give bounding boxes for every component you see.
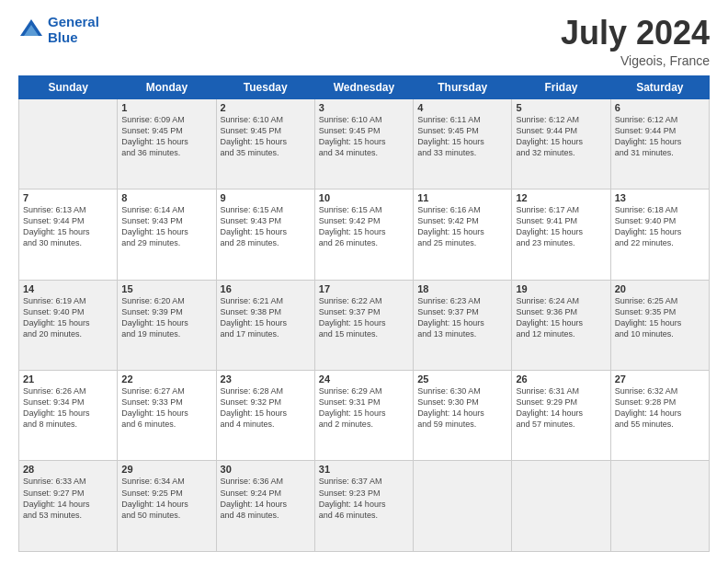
calendar-cell: 3Sunrise: 6:10 AM Sunset: 9:45 PM Daylig… (314, 98, 413, 189)
cell-info-text: Sunrise: 6:25 AM Sunset: 9:35 PM Dayligh… (615, 295, 705, 340)
cell-day-number: 19 (516, 283, 606, 294)
calendar-cell: 15Sunrise: 6:20 AM Sunset: 9:39 PM Dayli… (118, 280, 216, 370)
calendar-cell: 29Sunrise: 6:34 AM Sunset: 9:25 PM Dayli… (118, 461, 216, 552)
calendar-cell: 25Sunrise: 6:30 AM Sunset: 9:30 PM Dayli… (414, 371, 512, 461)
calendar-cell: 19Sunrise: 6:24 AM Sunset: 9:36 PM Dayli… (512, 280, 610, 370)
cell-day-number: 11 (417, 192, 507, 203)
cell-info-text: Sunrise: 6:36 AM Sunset: 9:24 PM Dayligh… (221, 476, 311, 521)
calendar-row-4: 21Sunrise: 6:26 AM Sunset: 9:34 PM Dayli… (19, 371, 710, 461)
cell-info-text: Sunrise: 6:18 AM Sunset: 9:40 PM Dayligh… (615, 204, 705, 249)
col-wednesday: Wednesday (314, 75, 413, 98)
cell-day-number: 3 (319, 102, 409, 113)
cell-day-number: 5 (516, 102, 606, 113)
cell-info-text: Sunrise: 6:12 AM Sunset: 9:44 PM Dayligh… (516, 114, 606, 159)
col-thursday: Thursday (414, 75, 512, 98)
calendar-cell: 2Sunrise: 6:10 AM Sunset: 9:45 PM Daylig… (216, 98, 314, 189)
title-block: July 2024 Vigeois, France (561, 15, 710, 68)
month-year-title: July 2024 (561, 15, 710, 52)
cell-day-number: 9 (221, 192, 311, 203)
calendar-cell: 13Sunrise: 6:18 AM Sunset: 9:40 PM Dayli… (610, 190, 709, 280)
cell-info-text: Sunrise: 6:26 AM Sunset: 9:34 PM Dayligh… (23, 385, 113, 431)
cell-day-number: 27 (615, 373, 705, 385)
cell-info-text: Sunrise: 6:15 AM Sunset: 9:42 PM Dayligh… (319, 204, 409, 249)
cell-info-text: Sunrise: 6:32 AM Sunset: 9:28 PM Dayligh… (615, 385, 705, 431)
calendar-cell (414, 461, 512, 552)
calendar-cell: 17Sunrise: 6:22 AM Sunset: 9:37 PM Dayli… (314, 280, 413, 370)
calendar-cell: 22Sunrise: 6:27 AM Sunset: 9:33 PM Dayli… (118, 371, 216, 461)
cell-day-number: 30 (221, 464, 311, 475)
calendar-cell (512, 461, 610, 552)
col-saturday: Saturday (610, 75, 709, 98)
col-monday: Monday (118, 75, 216, 98)
cell-day-number: 28 (23, 464, 113, 475)
cell-info-text: Sunrise: 6:19 AM Sunset: 9:40 PM Dayligh… (23, 295, 113, 340)
cell-info-text: Sunrise: 6:20 AM Sunset: 9:39 PM Dayligh… (121, 295, 211, 340)
cell-day-number: 31 (319, 464, 409, 475)
cell-day-number: 18 (417, 283, 507, 294)
cell-info-text: Sunrise: 6:22 AM Sunset: 9:37 PM Dayligh… (319, 295, 409, 340)
calendar-cell: 20Sunrise: 6:25 AM Sunset: 9:35 PM Dayli… (610, 280, 709, 370)
calendar-row-2: 7Sunrise: 6:13 AM Sunset: 9:44 PM Daylig… (19, 190, 710, 280)
cell-day-number: 2 (221, 102, 311, 113)
cell-day-number: 4 (417, 102, 507, 113)
calendar-cell: 12Sunrise: 6:17 AM Sunset: 9:41 PM Dayli… (512, 190, 610, 280)
cell-info-text: Sunrise: 6:37 AM Sunset: 9:23 PM Dayligh… (319, 476, 409, 521)
cell-day-number: 22 (121, 373, 211, 385)
cell-day-number: 12 (516, 192, 606, 203)
calendar-row-1: 1Sunrise: 6:09 AM Sunset: 9:45 PM Daylig… (19, 98, 710, 189)
cell-info-text: Sunrise: 6:24 AM Sunset: 9:36 PM Dayligh… (516, 295, 606, 340)
calendar-cell: 6Sunrise: 6:12 AM Sunset: 9:44 PM Daylig… (610, 98, 709, 189)
cell-day-number: 1 (121, 102, 211, 113)
calendar-cell: 27Sunrise: 6:32 AM Sunset: 9:28 PM Dayli… (610, 371, 709, 461)
cell-day-number: 23 (221, 373, 311, 385)
location-subtitle: Vigeois, France (561, 53, 710, 68)
cell-day-number: 10 (319, 192, 409, 203)
col-tuesday: Tuesday (216, 75, 314, 98)
cell-info-text: Sunrise: 6:31 AM Sunset: 9:29 PM Dayligh… (516, 385, 606, 431)
cell-info-text: Sunrise: 6:12 AM Sunset: 9:44 PM Dayligh… (615, 114, 705, 159)
cell-info-text: Sunrise: 6:14 AM Sunset: 9:43 PM Dayligh… (121, 204, 211, 249)
calendar-cell (19, 98, 118, 189)
cell-day-number: 16 (221, 283, 311, 294)
calendar-cell: 14Sunrise: 6:19 AM Sunset: 9:40 PM Dayli… (19, 280, 118, 370)
cell-info-text: Sunrise: 6:30 AM Sunset: 9:30 PM Dayligh… (417, 385, 507, 431)
calendar-cell: 8Sunrise: 6:14 AM Sunset: 9:43 PM Daylig… (118, 190, 216, 280)
col-friday: Friday (512, 75, 610, 98)
cell-day-number: 6 (615, 102, 705, 113)
cell-info-text: Sunrise: 6:17 AM Sunset: 9:41 PM Dayligh… (516, 204, 606, 249)
calendar-cell: 18Sunrise: 6:23 AM Sunset: 9:37 PM Dayli… (414, 280, 512, 370)
cell-info-text: Sunrise: 6:10 AM Sunset: 9:45 PM Dayligh… (221, 114, 311, 159)
cell-day-number: 15 (121, 283, 211, 294)
cell-day-number: 7 (23, 192, 113, 203)
cell-info-text: Sunrise: 6:15 AM Sunset: 9:43 PM Dayligh… (221, 204, 311, 249)
calendar-cell: 16Sunrise: 6:21 AM Sunset: 9:38 PM Dayli… (216, 280, 314, 370)
calendar-cell (610, 461, 709, 552)
calendar-cell: 21Sunrise: 6:26 AM Sunset: 9:34 PM Dayli… (19, 371, 118, 461)
col-sunday: Sunday (19, 75, 118, 98)
calendar-cell: 31Sunrise: 6:37 AM Sunset: 9:23 PM Dayli… (314, 461, 413, 552)
calendar-cell: 24Sunrise: 6:29 AM Sunset: 9:31 PM Dayli… (314, 371, 413, 461)
cell-info-text: Sunrise: 6:21 AM Sunset: 9:38 PM Dayligh… (221, 295, 311, 340)
cell-info-text: Sunrise: 6:28 AM Sunset: 9:32 PM Dayligh… (221, 385, 311, 431)
cell-day-number: 24 (319, 373, 409, 385)
page: General Blue July 2024 Vigeois, France S… (0, 0, 728, 563)
header: General Blue July 2024 Vigeois, France (18, 15, 710, 68)
calendar-cell: 7Sunrise: 6:13 AM Sunset: 9:44 PM Daylig… (19, 190, 118, 280)
calendar-cell: 1Sunrise: 6:09 AM Sunset: 9:45 PM Daylig… (118, 98, 216, 189)
cell-day-number: 25 (417, 373, 507, 385)
cell-info-text: Sunrise: 6:23 AM Sunset: 9:37 PM Dayligh… (417, 295, 507, 340)
cell-info-text: Sunrise: 6:29 AM Sunset: 9:31 PM Dayligh… (319, 385, 409, 431)
calendar-cell: 28Sunrise: 6:33 AM Sunset: 9:27 PM Dayli… (19, 461, 118, 552)
calendar-cell: 10Sunrise: 6:15 AM Sunset: 9:42 PM Dayli… (314, 190, 413, 280)
cell-day-number: 13 (615, 192, 705, 203)
calendar-header-row: Sunday Monday Tuesday Wednesday Thursday… (19, 75, 710, 98)
calendar-row-3: 14Sunrise: 6:19 AM Sunset: 9:40 PM Dayli… (19, 280, 710, 370)
calendar-cell: 4Sunrise: 6:11 AM Sunset: 9:45 PM Daylig… (414, 98, 512, 189)
calendar-cell: 30Sunrise: 6:36 AM Sunset: 9:24 PM Dayli… (216, 461, 314, 552)
cell-info-text: Sunrise: 6:27 AM Sunset: 9:33 PM Dayligh… (121, 385, 211, 431)
calendar-table: Sunday Monday Tuesday Wednesday Thursday… (18, 75, 710, 552)
logo-icon (18, 17, 44, 43)
cell-info-text: Sunrise: 6:16 AM Sunset: 9:42 PM Dayligh… (417, 204, 507, 249)
calendar-cell: 11Sunrise: 6:16 AM Sunset: 9:42 PM Dayli… (414, 190, 512, 280)
cell-info-text: Sunrise: 6:33 AM Sunset: 9:27 PM Dayligh… (23, 476, 113, 521)
